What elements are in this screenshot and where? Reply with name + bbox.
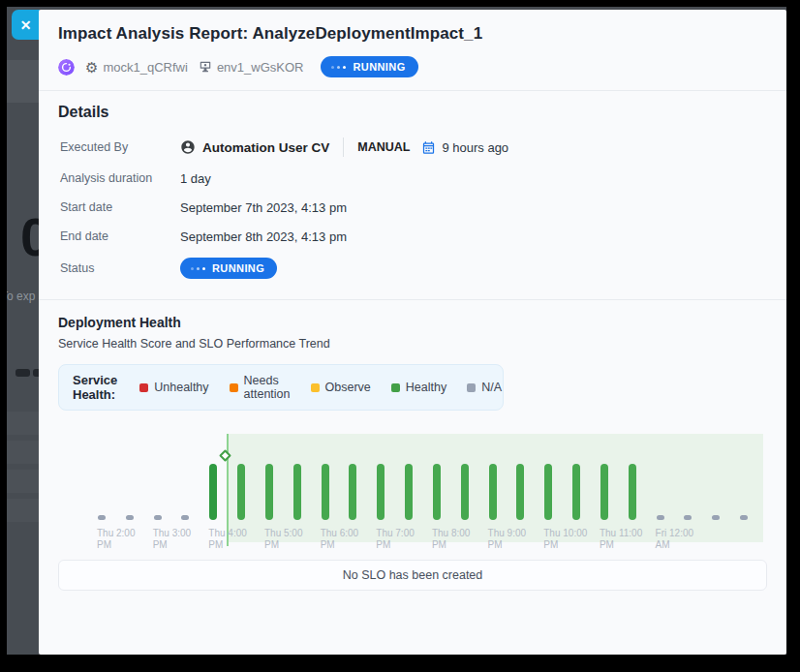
- x-axis-tick: Thu 4:00PM: [208, 528, 246, 551]
- health-bar[interactable]: [544, 464, 552, 520]
- service-health-legend: Service Health: UnhealthyNeeds attention…: [58, 364, 504, 411]
- status-badge: RUNNING: [321, 56, 417, 77]
- detail-label: Start date: [60, 200, 180, 214]
- legend-swatch-icon: [230, 383, 238, 392]
- background-bar-fragment: [15, 369, 30, 377]
- x-axis-tick: Thu 2:00PM: [97, 528, 135, 551]
- automation-name: mock1_qCRfwi: [103, 60, 187, 75]
- health-bar[interactable]: [98, 515, 106, 520]
- health-bar[interactable]: [572, 464, 580, 520]
- health-bar[interactable]: [740, 515, 748, 520]
- legend-item-label: Needs attention: [244, 374, 291, 401]
- running-dots-icon: [331, 66, 346, 69]
- environment-name: env1_wGsKOR: [217, 60, 304, 75]
- page-title: Impact Analysis Report: AnalyzeDeploymen…: [58, 24, 767, 44]
- impact-analysis-report-modal: Impact Analysis Report: AnalyzeDeploymen…: [39, 10, 786, 655]
- status-badge: RUNNING: [180, 258, 277, 279]
- health-bar[interactable]: [237, 464, 245, 520]
- health-bar[interactable]: [600, 464, 608, 520]
- health-bar[interactable]: [657, 515, 664, 520]
- legend-swatch-icon: [467, 383, 476, 392]
- executed-time-text: 9 hours ago: [442, 140, 508, 155]
- report-meta-row: ⚙ mock1_qCRfwi env1_wGsKOR RUNNING: [58, 56, 767, 77]
- x-axis-tick: Fri 12:00AM: [656, 528, 693, 551]
- close-icon: ✕: [20, 17, 32, 33]
- legend-swatch-icon: [139, 383, 148, 392]
- chart-subtitle: Service Health Score and SLO Performance…: [58, 337, 767, 351]
- details-section: Details Executed By Automation User CV M…: [39, 91, 786, 300]
- detail-row-analysis-duration: Analysis duration 1 day: [58, 164, 767, 193]
- detail-label: Analysis duration: [60, 171, 180, 185]
- detail-value: Automation User CV MANUAL 9 hours ago: [180, 137, 508, 157]
- vertical-divider: [343, 137, 344, 157]
- gear-icon: ⚙: [85, 60, 98, 75]
- health-bar[interactable]: [293, 464, 301, 520]
- legend-item: Observe: [311, 381, 371, 394]
- health-bar[interactable]: [265, 464, 273, 520]
- health-bar[interactable]: [209, 464, 217, 520]
- detail-value: September 8th 2023, 4:13 pm: [180, 229, 347, 244]
- detail-row-end-date: End date September 8th 2023, 4:13 pm: [58, 222, 767, 251]
- x-axis-tick: Thu 8:00PM: [432, 528, 470, 551]
- automation-link[interactable]: ⚙ mock1_qCRfwi: [85, 60, 188, 75]
- health-bar[interactable]: [322, 464, 329, 520]
- detail-label: End date: [60, 229, 180, 243]
- health-bar[interactable]: [405, 464, 413, 520]
- detail-label: Executed By: [60, 140, 180, 154]
- x-axis-tick: Thu 3:00PM: [153, 528, 191, 551]
- legend-swatch-icon: [311, 383, 320, 392]
- legend-item-label: Observe: [325, 381, 371, 394]
- health-bar[interactable]: [629, 464, 636, 520]
- health-bar[interactable]: [154, 515, 162, 520]
- slo-empty-message: No SLO has been created: [343, 568, 483, 582]
- trigger-type: MANUAL: [357, 140, 410, 154]
- user-avatar-icon: [180, 139, 196, 155]
- health-bar[interactable]: [684, 515, 692, 520]
- detail-label: Status: [60, 261, 180, 275]
- health-bar[interactable]: [461, 464, 469, 520]
- detail-value: September 7th 2023, 4:13 pm: [180, 200, 347, 215]
- health-bar[interactable]: [377, 464, 385, 520]
- environment-link[interactable]: env1_wGsKOR: [199, 60, 304, 75]
- health-bar[interactable]: [712, 515, 720, 520]
- legend-item: N/A: [467, 381, 502, 394]
- x-axis-tick: Thu 7:00PM: [376, 528, 414, 551]
- health-bar[interactable]: [126, 515, 134, 520]
- executed-by-user: Automation User CV: [180, 139, 329, 155]
- detail-value: RUNNING: [180, 258, 277, 279]
- deployment-health-heading: Deployment Health: [58, 315, 767, 330]
- background-hint-text: To exp: [7, 290, 35, 303]
- deployment-health-section: Deployment Health Service Health Score a…: [39, 300, 786, 591]
- health-bar[interactable]: [516, 464, 524, 520]
- legend-item-label: Healthy: [406, 381, 446, 394]
- detail-row-status: Status RUNNING: [58, 251, 767, 286]
- health-bar[interactable]: [181, 515, 189, 520]
- executed-time: 9 hours ago: [421, 140, 508, 155]
- legend-item: Healthy: [391, 381, 446, 394]
- detail-value: 1 day: [180, 171, 211, 186]
- report-avatar-icon: [58, 59, 75, 76]
- x-axis-tick: Thu 5:00PM: [264, 528, 302, 551]
- slo-empty-state: No SLO has been created: [58, 560, 767, 591]
- executed-by-name: Automation User CV: [202, 140, 329, 155]
- status-badge-label: RUNNING: [353, 61, 405, 73]
- health-bar[interactable]: [489, 464, 497, 520]
- legend-swatch-icon: [391, 383, 400, 392]
- x-axis-tick: Thu 11:00PM: [600, 528, 642, 551]
- modal-header: Impact Analysis Report: AnalyzeDeploymen…: [39, 10, 786, 91]
- legend-item: Unhealthy: [139, 381, 208, 394]
- running-dots-icon: [191, 267, 205, 270]
- x-axis-tick: Thu 10:00PM: [543, 528, 587, 551]
- health-bar-chart: Thu 2:00PMThu 3:00PMThu 4:00PMThu 5:00PM…: [58, 418, 765, 554]
- legend-title: Service Health:: [73, 373, 117, 402]
- detail-row-executed-by: Executed By Automation User CV MANUAL 9 …: [58, 131, 767, 164]
- x-axis-tick: Thu 9:00PM: [488, 528, 526, 551]
- x-axis-tick: Thu 6:00PM: [321, 528, 358, 551]
- legend-item-label: Unhealthy: [154, 381, 208, 394]
- close-button[interactable]: ✕: [12, 10, 40, 40]
- health-bar[interactable]: [349, 464, 356, 520]
- calendar-icon: [421, 140, 436, 155]
- detail-row-start-date: Start date September 7th 2023, 4:13 pm: [58, 193, 767, 222]
- legend-item-label: N/A: [481, 381, 502, 394]
- health-bar[interactable]: [433, 464, 441, 520]
